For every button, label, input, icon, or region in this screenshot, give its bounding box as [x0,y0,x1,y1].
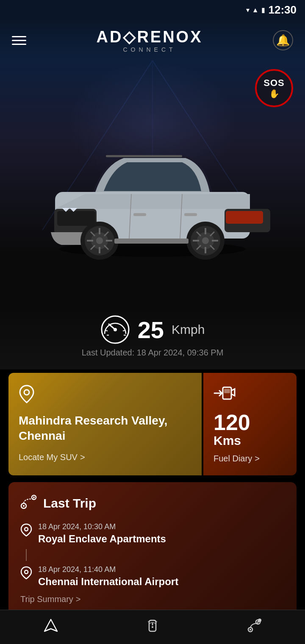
hamburger-menu[interactable] [12,36,26,45]
hero-section: SOS ✋ [0,61,305,306]
location-card[interactable]: Mahindra Research Valley, Chennai Locate… [8,373,202,475]
stop-2-info: 18 Apr 2024, 11:40 AM Chennai Internatio… [38,565,178,588]
trip-connector [26,549,27,561]
speed-value: 25 [138,316,164,344]
stop-pin-1-icon [20,523,32,540]
cards-section: Mahindra Research Valley, Chennai Locate… [0,373,305,475]
remote-icon [144,618,161,634]
stop-1-info: 18 Apr 2024, 10:30 AM Royal Enclave Apar… [38,522,166,545]
svg-rect-37 [184,213,197,216]
bottom-nav [0,610,305,644]
bell-icon: 🔔 [276,34,290,47]
car-svg [30,120,275,264]
svg-line-45 [105,330,108,331]
svg-rect-9 [226,211,263,224]
sos-button[interactable]: SOS ✋ [255,69,293,107]
speed-unit: Kmph [172,322,205,337]
fuel-diary-link[interactable]: Fuel Diary > [214,454,286,464]
svg-point-47 [24,390,29,395]
speedometer-icon [100,315,130,344]
locate-suv-link[interactable]: Locate My SUV > [19,452,191,462]
logo: AD◇RENOX CONNECT [96,28,202,53]
svg-rect-38 [106,155,182,157]
speed-display: 25 Kmph [100,315,205,344]
stop-1-name: Royal Enclave Apartments [38,533,166,545]
last-trip-section: Last Trip 18 Apr 2024, 10:30 AM Royal En… [8,482,297,614]
stop-2-time: 18 Apr 2024, 11:40 AM [38,565,178,574]
trip-header: Last Trip [20,494,285,512]
fuel-icon [214,385,286,405]
nav-navigate[interactable] [43,618,59,634]
nav-trips[interactable] [246,618,262,634]
signal-icon: ▲ [252,6,259,14]
trip-route-icon [20,494,37,512]
svg-point-53 [33,497,35,498]
stop-2-name: Chennai International Airport [38,576,178,588]
nav-remote[interactable] [144,618,161,634]
svg-line-46 [123,330,125,331]
svg-point-60 [250,629,251,630]
status-icons: ▾ ▲ ▮ [246,6,265,14]
header: AD◇RENOX CONNECT 🔔 [0,20,305,61]
trips-icon [246,618,262,634]
location-pin-icon [19,385,191,407]
svg-rect-39 [114,239,189,244]
logo-subtitle: CONNECT [96,46,202,53]
svg-rect-49 [224,389,230,393]
trip-summary-link[interactable]: Trip Summary > [20,594,285,604]
svg-rect-36 [133,213,146,216]
svg-point-63 [258,619,261,622]
trip-stop-2: 18 Apr 2024, 11:40 AM Chennai Internatio… [20,565,285,588]
status-time: 12:30 [269,3,297,17]
wifi-icon: ▾ [246,6,250,14]
svg-point-42 [114,328,117,331]
car-image [25,111,280,272]
navigate-icon [43,618,59,634]
sos-label: SOS [263,78,284,89]
svg-point-55 [25,570,28,574]
battery-icon: ▮ [261,6,265,14]
notification-button[interactable]: 🔔 [273,30,293,50]
fuel-value: 120 [214,411,286,433]
speed-section: 25 Kmph Last Updated: 18 Apr 2024, 09:36… [0,306,305,369]
fuel-unit: Kms [214,433,286,448]
sos-hand-icon: ✋ [269,89,280,99]
trip-title: Last Trip [43,496,96,511]
stop-pin-2-icon [20,566,32,583]
location-name: Mahindra Research Valley, Chennai [19,413,191,444]
svg-rect-7 [57,211,95,226]
fuel-card[interactable]: 120 Kms Fuel Diary > [203,373,297,475]
svg-point-13 [96,237,103,244]
svg-point-58 [152,626,153,628]
stop-1-time: 18 Apr 2024, 10:30 AM [38,522,166,531]
svg-rect-56 [149,620,156,631]
logo-main: AD◇RENOX [96,28,202,46]
svg-point-54 [25,527,28,531]
svg-point-51 [23,505,25,507]
svg-point-25 [202,237,209,244]
last-updated-text: Last Updated: 18 Apr 2024, 09:36 PM [82,348,224,358]
trip-stop-1: 18 Apr 2024, 10:30 AM Royal Enclave Apar… [20,522,285,545]
status-bar: ▾ ▲ ▮ 12:30 [0,0,305,20]
